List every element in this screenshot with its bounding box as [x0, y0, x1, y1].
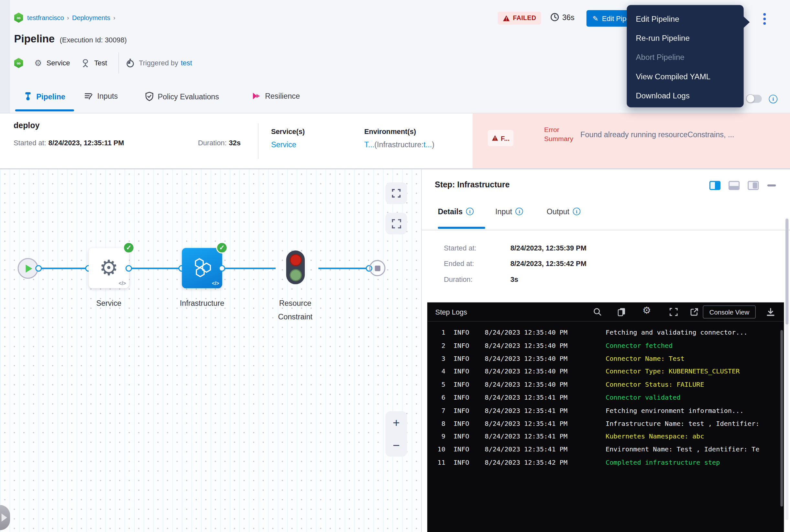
elapsed-time: 36s — [550, 13, 575, 22]
pipeline-meta-row: ∞ ⚙ Service Test Triggered by test — [14, 56, 192, 70]
tab-details-label: Details — [438, 207, 463, 215]
hexagon-cluster-icon — [191, 256, 214, 280]
app-window: ∞ testfrancisco › Deployments › Pipeline… — [0, 0, 790, 532]
menu-item-edit-pipeline[interactable]: Edit Pipeline — [627, 10, 744, 29]
service-link[interactable]: Service — [271, 140, 296, 149]
tab-resilience[interactable]: Resilience — [252, 92, 300, 100]
info-icon[interactable]: i — [466, 208, 474, 215]
chevron-right-icon — [2, 514, 7, 521]
started-at-label: Started at: — [14, 138, 46, 147]
log-line: 6INFO8/24/2023 12:35:41 PMConnector vali… — [427, 391, 780, 404]
breadcrumb: ∞ testfrancisco › Deployments › — [14, 13, 118, 23]
menu-item-rerun-pipeline[interactable]: Re-run Pipeline — [627, 29, 744, 48]
port-infra-out[interactable] — [219, 265, 225, 271]
page-title: Pipeline — [14, 33, 55, 45]
status-badge-label: FAILED — [513, 15, 536, 22]
download-logs-icon[interactable] — [766, 307, 775, 317]
active-panel-tab-underline — [438, 227, 485, 229]
menu-item-abort-pipeline: Abort Pipeline — [627, 48, 744, 67]
elapsed-time-value: 36s — [562, 13, 575, 21]
traffic-light-red — [290, 254, 302, 266]
layout-split-vertical-button[interactable] — [710, 181, 720, 190]
detail-value: 8/24/2023, 12:35:39 PM — [510, 244, 586, 260]
error-summary-zone: F... Error Summary Found already running… — [473, 113, 790, 168]
tab-details[interactable]: Details i — [438, 207, 474, 215]
tab-output[interactable]: Output i — [547, 207, 580, 215]
minimize-panel-button[interactable] — [767, 185, 776, 186]
node-service-label: Service — [79, 297, 139, 310]
environment-infra-label: (Infrastructure: — [374, 140, 423, 149]
search-icon[interactable] — [593, 307, 602, 317]
breadcrumb-deployments[interactable]: Deployments — [72, 14, 110, 21]
port-start-out[interactable] — [35, 265, 42, 271]
zoom-in-button[interactable]: + — [393, 416, 400, 430]
canvas-select-button[interactable] — [385, 213, 407, 234]
duration-label: Duration: — [198, 138, 227, 147]
environment-name[interactable]: T... — [364, 140, 374, 149]
node-resource-constraint[interactable] — [286, 250, 305, 284]
canvas-fullscreen-button[interactable] — [385, 183, 407, 204]
log-line: 10INFO8/24/2023 12:35:41 PMEnvironment N… — [427, 443, 780, 456]
zoom-out-button[interactable]: − — [393, 438, 400, 452]
log-scrollbar-thumb[interactable] — [780, 330, 783, 507]
copy-icon[interactable] — [617, 307, 626, 317]
edge-service-infra — [129, 268, 182, 269]
detail-row: Duration: 3s — [444, 275, 696, 290]
detail-label: Ended at: — [444, 260, 510, 275]
failed-mini-label: F... — [501, 134, 509, 142]
breadcrumb-project[interactable]: testfrancisco — [27, 14, 64, 21]
expand-logs-icon[interactable] — [669, 307, 678, 317]
nav-expand-handle[interactable] — [0, 505, 10, 530]
pipeline-canvas[interactable]: ⚙ </> ✓ Service </> ✓ Infrastructure Res… — [0, 168, 421, 532]
active-tab-underline — [15, 109, 74, 111]
services-label: Service(s) — [271, 128, 305, 136]
console-view-button[interactable]: Console View — [703, 305, 756, 319]
log-settings-gear-icon[interactable]: ⚙ — [642, 305, 651, 315]
stop-icon — [374, 265, 380, 271]
log-lines[interactable]: 1INFO8/24/2023 12:35:40 PMFetching and v… — [427, 326, 780, 469]
triggered-by-user[interactable]: test — [181, 59, 192, 67]
meta-divider — [118, 53, 119, 74]
layout-floating-button[interactable] — [748, 181, 758, 190]
tab-input[interactable]: Input i — [495, 207, 523, 215]
environment-value[interactable]: T...(Infrastructure:t...) — [364, 140, 435, 149]
menu-item-download-logs[interactable]: Download Logs — [627, 86, 744, 105]
tab-pipeline[interactable]: Pipeline — [24, 92, 65, 101]
tab-policy-label: Policy Evaluations — [157, 92, 219, 101]
info-icon[interactable]: i — [769, 95, 777, 103]
step-panel-title: Step: Infrastructure — [435, 180, 509, 190]
tab-input-label: Input — [495, 207, 512, 215]
info-icon[interactable]: i — [516, 208, 523, 215]
tab-inputs[interactable]: Inputs — [84, 92, 118, 100]
breadcrumb-chevron-icon: › — [110, 14, 118, 21]
panel-scrollbar-thumb[interactable] — [786, 219, 788, 325]
status-badge: FAILED — [498, 12, 541, 24]
step-logs-header: Step Logs ⚙ Console View — [427, 302, 784, 321]
error-summary-message[interactable]: Found already running resourceConstrains… — [580, 130, 734, 138]
tab-pipeline-label: Pipeline — [36, 92, 65, 100]
menu-item-view-compiled-yaml[interactable]: View Compiled YAML — [627, 67, 744, 86]
end-node[interactable] — [369, 260, 386, 277]
stage-name[interactable]: deploy — [14, 121, 39, 130]
view-toggle[interactable] — [747, 95, 762, 103]
open-external-icon[interactable] — [690, 307, 699, 317]
test-tag: Test — [94, 59, 107, 67]
node-service[interactable]: ⚙ </> — [89, 248, 129, 288]
node-infrastructure[interactable]: </> — [182, 248, 222, 288]
log-line: 8INFO8/24/2023 12:35:41 PMInfrastructure… — [427, 417, 780, 430]
service-tag: Service — [46, 59, 70, 67]
environments-label: Environment(s) — [364, 128, 416, 136]
tab-inputs-label: Inputs — [97, 92, 118, 100]
tab-policy-evaluations[interactable]: Policy Evaluations — [145, 92, 219, 101]
inputs-tab-icon — [84, 92, 93, 100]
layout-split-horizontal-button[interactable] — [729, 181, 739, 190]
log-line: 1INFO8/24/2023 12:35:40 PMFetching and v… — [427, 326, 780, 339]
log-line: 5INFO8/24/2023 12:35:40 PMConnector Stat… — [427, 378, 780, 391]
service-success-badge: ✓ — [123, 242, 135, 254]
port-service-out[interactable] — [126, 265, 132, 271]
environment-infra-name[interactable]: t... — [423, 140, 432, 149]
kebab-menu-button[interactable] — [762, 11, 766, 26]
triggered-by-label: Triggered by — [139, 59, 178, 67]
info-icon[interactable]: i — [573, 208, 580, 215]
code-tag: </> — [212, 281, 219, 286]
